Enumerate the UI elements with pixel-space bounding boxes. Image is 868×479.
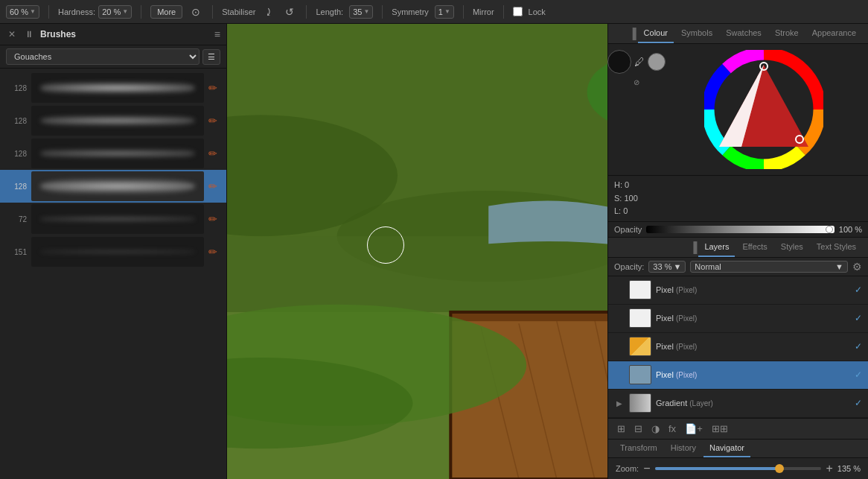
hue-value: H: 0 xyxy=(614,179,862,192)
brush-preview xyxy=(31,73,204,103)
brushes-menu-btn[interactable]: ≡ xyxy=(214,28,220,40)
layer-row[interactable]: Pixel (Pixel) ✓ xyxy=(608,305,868,333)
symmetry-label: Symmetry xyxy=(392,7,429,16)
tab-symbols[interactable]: Symbols xyxy=(675,24,718,43)
lightness-value: L: 0 xyxy=(614,205,862,218)
layer-name: Pixel (Pixel) xyxy=(656,342,850,351)
brush-number: 151 xyxy=(6,248,27,256)
brush-panel-close-btn[interactable]: ✕ xyxy=(6,28,18,40)
layers-fx-btn[interactable]: fx xyxy=(666,422,679,436)
more-button[interactable]: More xyxy=(150,5,182,19)
layer-visibility-check[interactable]: ✓ xyxy=(855,369,862,380)
brush-size-value: 60 % xyxy=(10,7,28,16)
brush-edit-icon[interactable]: ✏ xyxy=(208,180,220,192)
brushes-title: Brushes xyxy=(40,29,76,39)
layer-row[interactable]: Pixel (Pixel) ✓ xyxy=(608,276,868,305)
color-swatch-row: 🖊 xyxy=(607,50,666,74)
zoom-minus-button[interactable]: − xyxy=(643,462,650,475)
brush-item[interactable]: 128 ✏ xyxy=(0,72,226,104)
brush-edit-icon[interactable]: ✏ xyxy=(208,246,220,258)
layer-expand-btn[interactable]: ▶ xyxy=(614,399,625,407)
layer-row[interactable]: Pixel (Pixel) ✓ xyxy=(608,333,868,361)
divider-5 xyxy=(382,5,383,19)
brush-size-select[interactable]: 60 % ▼ xyxy=(6,5,39,19)
symmetry-value: 1 xyxy=(438,7,443,16)
zoom-plus-button[interactable]: + xyxy=(826,462,832,475)
tab-layers[interactable]: Layers xyxy=(698,238,735,257)
brush-edit-icon[interactable]: ✏ xyxy=(208,147,220,159)
brush-panel-lock-btn[interactable]: ⏸ xyxy=(22,28,36,40)
opacity-slider[interactable] xyxy=(646,226,835,233)
reset-colors-btn[interactable]: ⊘ xyxy=(634,78,639,86)
target-icon-button[interactable]: ⊙ xyxy=(188,4,203,19)
layer-visibility-check[interactable]: ✓ xyxy=(855,285,862,295)
brush-edit-icon[interactable]: ✏ xyxy=(208,115,220,127)
tab-navigator[interactable]: Navigator xyxy=(703,440,750,457)
brush-edit-icon[interactable]: ✏ xyxy=(208,82,220,94)
zoom-slider[interactable] xyxy=(655,467,822,470)
layer-thumbnail xyxy=(629,365,651,384)
opacity-label: Opacity xyxy=(614,225,642,234)
layer-visibility-check[interactable]: ✓ xyxy=(855,341,862,352)
layers-mask-btn[interactable]: ◑ xyxy=(648,422,663,436)
layers-add-file-btn[interactable]: 📄+ xyxy=(682,422,706,436)
tab-text-styles[interactable]: Text Styles xyxy=(811,238,862,257)
tab-appearance[interactable]: Appearance xyxy=(806,24,862,43)
saturation-value: S: 100 xyxy=(614,192,862,206)
navigator-tabs: Transform History Navigator xyxy=(608,440,868,458)
brush-item[interactable]: 72 ✏ xyxy=(0,203,226,235)
layer-visibility-check[interactable]: ✓ xyxy=(855,313,862,323)
layer-row-selected[interactable]: Pixel (Pixel) ✓ xyxy=(608,361,868,390)
tab-colour[interactable]: Colour xyxy=(638,24,674,43)
brush-item-selected[interactable]: 128 ✏ xyxy=(0,170,226,203)
layer-opacity-value[interactable]: 33 % ▼ xyxy=(648,261,686,273)
lock-checkbox[interactable] xyxy=(513,7,523,16)
tab-styles[interactable]: Styles xyxy=(775,238,809,257)
blend-mode-arrow: ▼ xyxy=(835,262,843,271)
divider-3 xyxy=(212,5,213,19)
layers-panel-collapse-btn[interactable]: ▐ xyxy=(689,241,697,253)
layer-thumbnail xyxy=(629,280,651,299)
background-swatch[interactable] xyxy=(648,53,666,71)
brush-preview xyxy=(31,204,204,234)
brushes-category-select[interactable]: Gouaches xyxy=(6,48,200,65)
tab-history[interactable]: History xyxy=(665,440,702,457)
blend-mode-select[interactable]: Normal ▼ xyxy=(690,261,848,273)
color-section: 🖊 ⊘ xyxy=(608,44,868,176)
layer-visibility-check[interactable]: ✓ xyxy=(855,398,862,408)
foreground-swatch[interactable] xyxy=(607,50,631,74)
brushes-category-menu-btn[interactable]: ☰ xyxy=(202,49,220,65)
brush-item[interactable]: 151 ✏ xyxy=(0,235,226,268)
zoom-label: Zoom: xyxy=(616,464,639,473)
brush-number: 128 xyxy=(6,117,27,125)
layers-stack-btn[interactable]: ⊞ xyxy=(614,422,628,436)
hardness-label: Hardness: xyxy=(58,7,95,16)
length-select[interactable]: 35 ▼ xyxy=(349,5,373,19)
tab-transform[interactable]: Transform xyxy=(614,440,663,457)
hardness-select[interactable]: 20 % ▼ xyxy=(98,5,132,19)
stabiliser-icon-1[interactable]: ⤸ xyxy=(261,4,276,19)
eyedropper-button[interactable]: 🖊 xyxy=(634,56,645,68)
canvas-area[interactable] xyxy=(227,24,607,479)
color-wheel-svg xyxy=(704,50,823,169)
layer-row[interactable]: ▶ Gradient (Layer) ✓ xyxy=(608,390,868,418)
tab-stroke[interactable]: Stroke xyxy=(769,24,805,43)
layer-opacity-number: 33 % xyxy=(653,262,671,271)
color-wheel[interactable] xyxy=(704,50,823,169)
layer-settings-btn[interactable]: ⚙ xyxy=(852,261,862,273)
brush-item[interactable]: 128 ✏ xyxy=(0,104,226,137)
color-panel-collapse-btn[interactable]: ▐ xyxy=(629,28,636,39)
tab-swatches[interactable]: Swatches xyxy=(720,24,768,43)
layer-thumbnail xyxy=(629,308,651,328)
brush-item[interactable]: 128 ✏ xyxy=(0,137,226,170)
brush-edit-icon[interactable]: ✏ xyxy=(208,213,220,225)
symmetry-select[interactable]: 1 ▼ xyxy=(435,5,454,19)
tab-effects[interactable]: Effects xyxy=(736,238,773,257)
symmetry-arrow: ▼ xyxy=(444,8,450,15)
stabiliser-label: Stabiliser xyxy=(222,7,255,16)
layers-grid-btn[interactable]: ⊟ xyxy=(631,422,645,436)
layers-bottom-toolbar: ⊞ ⊟ ◑ fx 📄+ ⊞⊞ xyxy=(608,418,868,439)
layers-columns-btn[interactable]: ⊞⊞ xyxy=(709,422,731,436)
layer-name: Pixel (Pixel) xyxy=(656,370,850,379)
stabiliser-icon-2[interactable]: ↺ xyxy=(282,4,297,19)
